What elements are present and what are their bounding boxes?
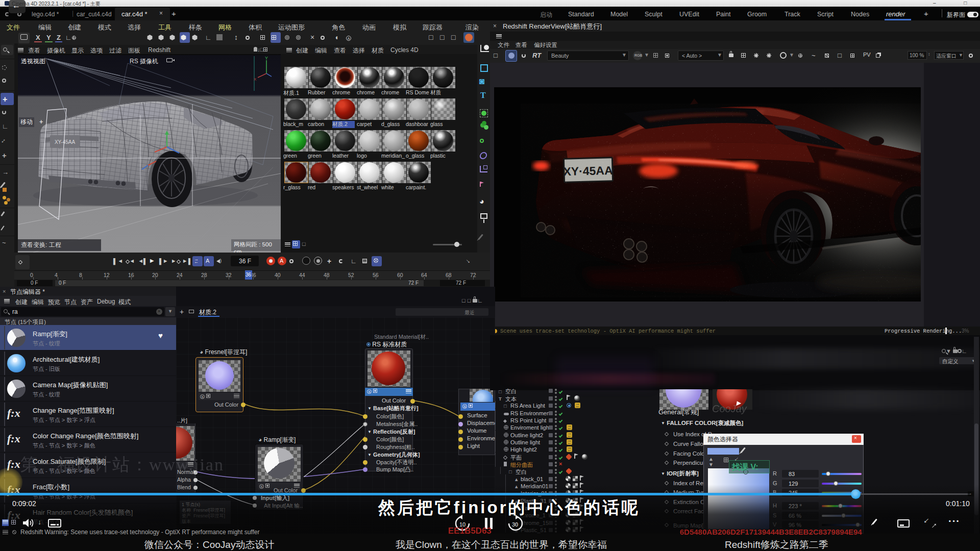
svg-text:30: 30 (512, 521, 518, 528)
svg-text:XY-45AA: XY-45AA (55, 139, 76, 145)
svg-text:X: X (254, 77, 257, 82)
svg-text:Y: Y (265, 56, 268, 61)
